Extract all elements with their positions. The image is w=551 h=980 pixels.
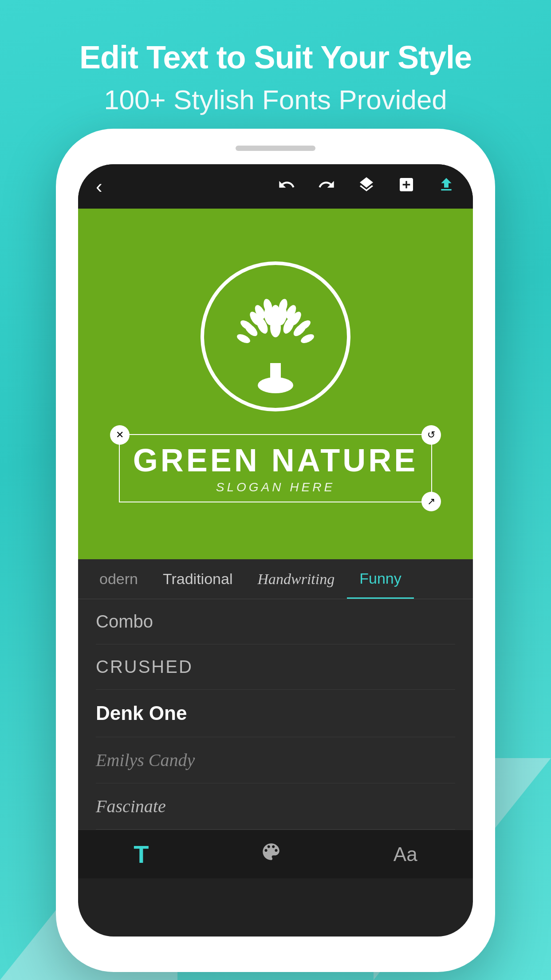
handle-resize[interactable]: ↗	[421, 492, 441, 511]
tab-traditional[interactable]: Traditional	[150, 559, 245, 599]
page-title: Edit Text to Suit Your Style	[27, 40, 524, 75]
text-selection-container[interactable]: ✕ ↺ ↗ GREEN NATURE SLOGAN HERE	[101, 425, 450, 511]
color-tool[interactable]	[260, 841, 282, 868]
phone-mockup: ‹	[56, 129, 495, 972]
font-name: Combo	[96, 612, 153, 631]
font-panel: odern Traditional Handwriting Funny Comb…	[78, 559, 473, 878]
font-item-combo[interactable]: Combo	[96, 599, 455, 644]
layers-icon[interactable]	[358, 176, 375, 198]
redo-icon[interactable]	[318, 176, 335, 198]
font-name: Fascinate	[96, 796, 166, 816]
tab-funny[interactable]: Funny	[347, 559, 414, 599]
handle-close[interactable]: ✕	[110, 425, 130, 445]
page-subtitle: 100+ Stylish Fonts Provided	[27, 84, 524, 115]
copy-icon[interactable]	[398, 176, 415, 198]
text-tool[interactable]: T	[134, 840, 149, 869]
canvas-area: ✕ ↺ ↗ GREEN NATURE SLOGAN HERE	[78, 209, 473, 559]
undo-icon[interactable]	[278, 176, 295, 198]
tab-handwriting[interactable]: Handwriting	[245, 559, 347, 599]
font-list: Combo CRUSHED Denk One Emilys Candy Fasc…	[78, 599, 473, 830]
svg-point-6	[236, 332, 252, 345]
font-name: Emilys Candy	[96, 750, 195, 770]
logo-slogan-text: SLOGAN HERE	[133, 480, 418, 494]
logo-main-text: GREEN NATURE	[133, 442, 418, 478]
app-toolbar: ‹	[78, 164, 473, 209]
tree-logo	[196, 257, 355, 416]
bottom-toolbar: T Aa	[78, 830, 473, 878]
font-tabs: odern Traditional Handwriting Funny	[78, 559, 473, 599]
phone-shell: ‹	[56, 129, 495, 972]
font-item-denkone[interactable]: Denk One	[96, 690, 455, 737]
toolbar-icons	[278, 176, 455, 198]
font-name: CRUSHED	[96, 657, 193, 676]
selection-box: ✕ ↺ ↗ GREEN NATURE SLOGAN HERE	[119, 434, 433, 502]
color-tool-icon	[260, 841, 282, 868]
phone-speaker	[236, 146, 315, 151]
export-icon[interactable]	[437, 176, 455, 198]
back-button[interactable]: ‹	[96, 175, 102, 198]
font-item-crushed[interactable]: CRUSHED	[96, 644, 455, 690]
handle-rotate[interactable]: ↺	[421, 425, 441, 445]
text-tool-icon: T	[134, 840, 149, 869]
svg-rect-2	[270, 363, 281, 390]
font-size-tool[interactable]: Aa	[394, 843, 417, 865]
tab-modern[interactable]: odern	[87, 559, 150, 599]
font-size-icon: Aa	[394, 843, 417, 865]
font-name: Denk One	[96, 702, 187, 724]
font-item-fascinate[interactable]: Fascinate	[96, 783, 455, 830]
phone-screen: ‹	[78, 164, 473, 937]
svg-point-13	[299, 332, 315, 345]
font-item-emilys[interactable]: Emilys Candy	[96, 737, 455, 783]
